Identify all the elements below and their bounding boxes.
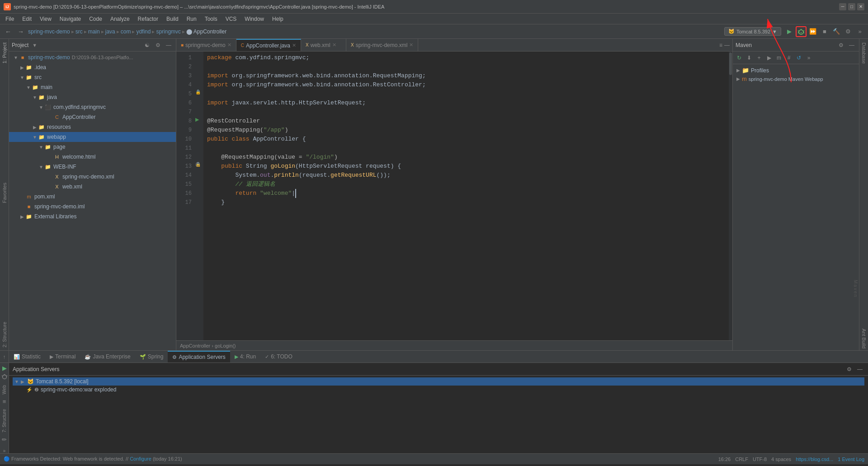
configure-link[interactable]: Configure	[130, 456, 151, 461]
coverage-btn[interactable]: ⏩	[807, 26, 818, 37]
app-servers-hide-btn[interactable]: —	[855, 365, 864, 374]
menu-item-run[interactable]: Run	[183, 15, 200, 23]
maven-download-btn[interactable]: ⬇	[745, 53, 754, 62]
bottom-tab-app-servers[interactable]: ⚙ Application Servers	[168, 351, 230, 362]
tree-item-external-libs[interactable]: ▶ 📁 External Libraries	[9, 212, 176, 221]
bottom-tab-run[interactable]: ▶ 4: Run	[230, 351, 260, 362]
menu-item-edit[interactable]: Edit	[19, 15, 35, 23]
vertical-scrollbar[interactable]	[729, 52, 732, 340]
tree-item-appcontroller[interactable]: ▶ C AppController	[9, 112, 176, 122]
bottom-run-btn[interactable]: ▶	[2, 365, 7, 372]
tree-item-webxml[interactable]: ▶ X web.xml	[9, 182, 176, 192]
code-content[interactable]: package com.ydfind.springmvc; import org…	[203, 52, 729, 340]
tree-item-welcome-html[interactable]: ▶ H welcome.html	[9, 152, 176, 162]
maven-edit-btn[interactable]: m	[774, 53, 783, 62]
bottom-tab-todo[interactable]: ✓ 6: TODO	[260, 351, 297, 362]
menu-item-window[interactable]: Window	[241, 15, 268, 23]
build-btn[interactable]: 🔨	[831, 26, 842, 37]
maximize-btn[interactable]: □	[848, 3, 855, 10]
bottom-debug-btn[interactable]	[1, 373, 8, 381]
menu-item-tools[interactable]: Tools	[201, 15, 221, 23]
maven-add-btn[interactable]: +	[755, 53, 764, 62]
sidebar-tab-project[interactable]: 1: Project	[1, 40, 8, 66]
line-ending[interactable]: CRLF	[735, 457, 748, 462]
bottom-tab-terminal[interactable]: ▶ Terminal	[45, 351, 80, 362]
tab-close-webxml[interactable]: ✕	[332, 42, 336, 48]
menu-item-file[interactable]: File	[2, 15, 18, 23]
maven-collapse-btn[interactable]: #	[784, 53, 793, 62]
server-artifact-item[interactable]: ⚡ ❷ spring-mvc-demo:war exploded	[13, 386, 864, 394]
stop-btn[interactable]: ■	[819, 26, 830, 37]
tree-item-iml[interactable]: ▶ ■ spring-mvc-demo.iml	[9, 202, 176, 212]
server-item-tomcat[interactable]: ▼ ▶ 🐱 Tomcat 8.5.392 [local]	[13, 377, 864, 386]
bottom-tab-statistic[interactable]: 📊 Statistic	[9, 351, 45, 362]
scroll-thumb[interactable]	[729, 52, 732, 75]
maven-refresh-btn[interactable]: ↻	[735, 53, 744, 62]
project-settings-btn[interactable]: ⚙	[153, 41, 162, 50]
settings-btn[interactable]: ⚙	[843, 26, 854, 37]
tab-appcontroller[interactable]: C AppController.java ✕	[236, 39, 301, 51]
maven-webapp-item[interactable]: ▶ m spring-mvc-demo Maven Webapp	[735, 75, 857, 83]
encoding[interactable]: UTF-8	[753, 457, 767, 462]
debug-btn[interactable]	[796, 26, 807, 37]
project-scope-btn[interactable]: ☯	[142, 41, 151, 50]
bottom-expand-btn[interactable]: »	[3, 448, 6, 453]
status-message[interactable]: 🔵 Frameworks Detected: Web framework is …	[4, 456, 715, 462]
tree-item-package[interactable]: ▼ ⬛ com.ydfind.springmvc	[9, 102, 176, 112]
maven-profiles-item[interactable]: ▶ 📁 Profiles	[735, 66, 857, 75]
tree-item-java[interactable]: ▼ 📁 java	[9, 92, 176, 102]
app-servers-settings-btn[interactable]: ⚙	[844, 365, 854, 374]
maven-settings-btn[interactable]: ⚙	[836, 41, 845, 50]
tab-springmvcxml[interactable]: X spring-mvc-demo.xml ✕	[346, 39, 418, 51]
tree-item-root[interactable]: ▼ ■ spring-mvc-demo D:\2019-06-13-openPl…	[9, 52, 176, 62]
right-tab-ant[interactable]: Ant Build	[860, 327, 868, 350]
tree-item-page[interactable]: ▼ 📁 page	[9, 142, 176, 152]
fwd-btn[interactable]: →	[15, 26, 26, 37]
tree-item-resources[interactable]: ▶ 📁 resources	[9, 122, 176, 132]
tab-settings-btn[interactable]: ≡ —	[717, 39, 732, 51]
tree-item-webinf[interactable]: ▼ 📁 WEB-INF	[9, 162, 176, 172]
sidebar-tab-structure[interactable]: 2: Structure	[1, 319, 8, 350]
tree-item-src[interactable]: ▼ 📁 src	[9, 72, 176, 82]
tree-item-main[interactable]: ▼ 📁 main	[9, 82, 176, 92]
run-config-dropdown[interactable]: 🐱 Tomcat 8.5.392 ▼	[724, 27, 781, 36]
tab-webxml[interactable]: X web.xml ✕	[301, 39, 346, 51]
menu-item-analyze[interactable]: Analyze	[107, 15, 133, 23]
bottom-tabs-collapse-btn[interactable]: ↑	[0, 351, 9, 362]
tab-springmvc-demo[interactable]: ■ springmvc-demo ✕	[176, 39, 236, 51]
fold-icon-line5[interactable]: 🔒	[195, 89, 201, 94]
bottom-tab-spring[interactable]: 🌱 Spring	[135, 351, 168, 362]
menu-item-view[interactable]: View	[36, 15, 55, 23]
right-tab-database[interactable]: Database	[860, 41, 868, 66]
maven-more-btn[interactable]: »	[804, 53, 813, 62]
tree-item-pomxml[interactable]: ▶ m pom.xml	[9, 192, 176, 202]
tab-close-appcontroller[interactable]: ✕	[292, 42, 296, 48]
maven-run-btn[interactable]: ▶	[764, 53, 774, 62]
tree-item-idea[interactable]: ▶ 📁 .idea	[9, 62, 176, 72]
tab-close-springxml[interactable]: ✕	[409, 42, 413, 48]
bottom-pencil-btn[interactable]: ✏	[2, 436, 7, 443]
event-log[interactable]: 1 Event Log	[838, 457, 864, 462]
close-btn[interactable]: ✕	[857, 3, 864, 10]
bottom-tab-7-structure[interactable]: 7: Structure	[2, 409, 7, 433]
menu-item-refactor[interactable]: Refactor	[134, 15, 162, 23]
run-btn[interactable]: ▶	[784, 26, 795, 37]
menu-item-code[interactable]: Code	[85, 15, 106, 23]
code-editor[interactable]: 1 2 3 4 5 6 7 8 9 10 11 12 13 14 15 16 1…	[176, 52, 732, 340]
menu-item-vcs[interactable]: VCS	[222, 15, 241, 23]
sidebar-tab-favorites[interactable]: Favorites	[1, 180, 8, 206]
project-hide-btn[interactable]: —	[164, 41, 173, 50]
maven-reload-btn[interactable]: ↺	[794, 53, 803, 62]
indent-spaces[interactable]: 4 spaces	[771, 457, 791, 462]
tab-close-springmvc[interactable]: ✕	[227, 42, 231, 48]
tree-item-springmvc-xml[interactable]: ▶ X spring-mvc-demo.xml	[9, 172, 176, 182]
menu-item-navigate[interactable]: Navigate	[56, 15, 85, 23]
minimize-btn[interactable]: ─	[839, 3, 846, 10]
run-icon-line8[interactable]: ▶	[195, 117, 199, 122]
bottom-structure-btn[interactable]: ≡	[3, 398, 6, 405]
menu-item-build[interactable]: Build	[163, 15, 182, 23]
tree-item-webapp[interactable]: ▼ 📁 webapp	[9, 132, 176, 142]
maven-hide-btn[interactable]: —	[847, 41, 856, 50]
cursor-position[interactable]: 16:26	[718, 457, 731, 462]
menu-item-help[interactable]: Help	[269, 15, 287, 23]
